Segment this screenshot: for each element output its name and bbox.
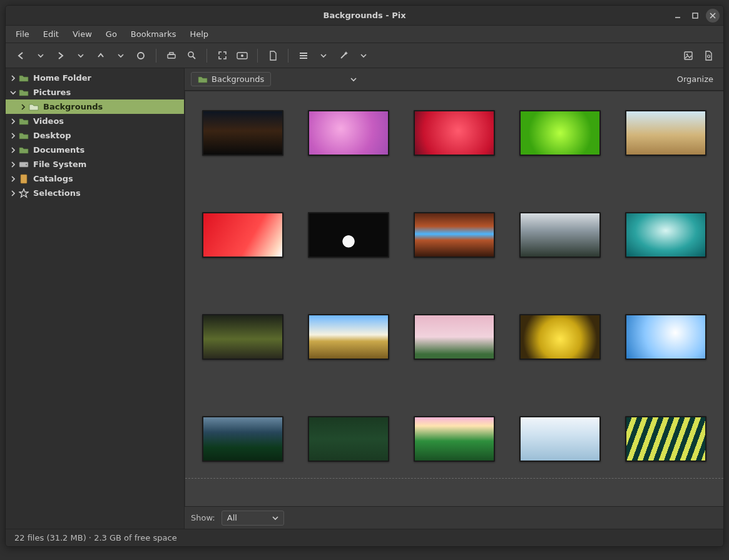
view-menu-button[interactable] bbox=[315, 47, 332, 64]
thumbnail[interactable] bbox=[301, 212, 395, 258]
tree-item-selections[interactable]: Selections bbox=[6, 186, 184, 200]
location-breadcrumb[interactable]: Backgrounds bbox=[191, 72, 271, 86]
tree-item-documents[interactable]: Documents bbox=[6, 143, 184, 157]
minimize-button[interactable] bbox=[671, 9, 685, 23]
thumbnail-image bbox=[625, 212, 706, 258]
image-info-icon bbox=[683, 51, 693, 61]
search-icon bbox=[187, 51, 196, 60]
view-list-button[interactable] bbox=[295, 47, 312, 64]
thumbnail-image bbox=[519, 314, 601, 360]
thumbnail[interactable] bbox=[195, 212, 290, 258]
print-button[interactable] bbox=[163, 47, 180, 64]
chevron-right-icon[interactable] bbox=[18, 102, 28, 112]
nav-history-menu[interactable] bbox=[112, 47, 130, 64]
fullscreen-button[interactable] bbox=[213, 47, 231, 64]
chevron-right-icon[interactable] bbox=[8, 174, 18, 184]
maximize-button[interactable] bbox=[688, 9, 702, 23]
tree-item-label: Documents bbox=[33, 145, 84, 155]
svg-point-17 bbox=[708, 55, 710, 58]
menu-file[interactable]: File bbox=[9, 27, 36, 41]
folder-tree: Home FolderPicturesBackgroundsVideosDesk… bbox=[6, 68, 184, 203]
organize-button[interactable]: Organize bbox=[673, 72, 717, 86]
tree-item-home-folder[interactable]: Home Folder bbox=[6, 71, 184, 85]
thumbnail[interactable] bbox=[407, 110, 501, 156]
thumbnail-image bbox=[519, 212, 601, 258]
slideshow-button[interactable] bbox=[233, 47, 251, 64]
nav-stop-button[interactable] bbox=[132, 47, 150, 64]
thumbnail[interactable] bbox=[513, 314, 608, 360]
tools-menu-button[interactable] bbox=[355, 47, 372, 64]
folder-documents-icon bbox=[18, 145, 29, 156]
close-button[interactable] bbox=[706, 9, 720, 23]
thumbnail[interactable] bbox=[195, 416, 290, 462]
tree-item-pictures[interactable]: Pictures bbox=[6, 85, 184, 99]
thumbnail[interactable] bbox=[407, 416, 501, 462]
tools-button[interactable] bbox=[335, 47, 352, 64]
chevron-right-icon[interactable] bbox=[8, 160, 18, 170]
location-dropdown[interactable] bbox=[346, 76, 361, 83]
nav-back-button[interactable] bbox=[12, 47, 29, 64]
thumbnail[interactable] bbox=[619, 416, 713, 462]
thumbnail-image bbox=[519, 110, 601, 156]
thumbnail[interactable] bbox=[301, 314, 395, 360]
filter-value: All bbox=[227, 513, 237, 522]
thumbnail-viewport[interactable] bbox=[185, 91, 723, 506]
status-bar: 22 files (31.2 MB) · 2.3 GB of free spac… bbox=[6, 529, 723, 546]
tree-item-desktop[interactable]: Desktop bbox=[6, 128, 184, 143]
new-file-button[interactable] bbox=[264, 47, 282, 64]
thumbnail[interactable] bbox=[619, 314, 713, 360]
thumbnail[interactable] bbox=[301, 110, 395, 156]
thumbnail-image bbox=[414, 416, 495, 462]
properties-button[interactable] bbox=[680, 47, 697, 64]
thumbnail[interactable] bbox=[301, 416, 395, 462]
nav-up-button[interactable] bbox=[92, 47, 110, 64]
thumbnail[interactable] bbox=[619, 110, 713, 156]
nav-forward-button[interactable] bbox=[52, 47, 69, 64]
edit-image-button[interactable] bbox=[700, 47, 717, 64]
thumbnail-image bbox=[625, 314, 706, 360]
tree-item-videos[interactable]: Videos bbox=[6, 114, 184, 128]
menu-view[interactable]: View bbox=[66, 27, 98, 41]
slideshow-icon bbox=[237, 52, 248, 59]
thumbnail[interactable] bbox=[513, 110, 608, 156]
chevron-right-icon[interactable] bbox=[8, 116, 18, 126]
menu-bookmarks[interactable]: Bookmarks bbox=[125, 27, 183, 41]
menu-go[interactable]: Go bbox=[99, 27, 123, 41]
chevron-right-icon[interactable] bbox=[8, 131, 18, 141]
thumbnail[interactable] bbox=[407, 314, 501, 360]
chevron-down-icon bbox=[272, 515, 278, 521]
chevron-right-icon[interactable] bbox=[8, 188, 18, 198]
thumbnail[interactable] bbox=[195, 110, 290, 156]
thumbnail[interactable] bbox=[407, 212, 501, 258]
chevron-down-icon[interactable] bbox=[8, 88, 18, 98]
titlebar: Backgrounds - Pix bbox=[6, 6, 723, 26]
search-button[interactable] bbox=[183, 47, 200, 64]
thumbnail-image bbox=[202, 110, 283, 156]
nav-back-menu[interactable] bbox=[32, 47, 49, 64]
menu-edit[interactable]: Edit bbox=[37, 27, 65, 41]
arrow-right-icon bbox=[56, 51, 65, 60]
thumbnail[interactable] bbox=[195, 314, 290, 360]
nav-forward-menu[interactable] bbox=[72, 47, 89, 64]
tree-item-catalogs[interactable]: Catalogs bbox=[6, 171, 184, 186]
tree-item-label: Backgrounds bbox=[43, 102, 103, 111]
chevron-down-icon bbox=[360, 53, 367, 59]
thumbnail[interactable] bbox=[513, 212, 608, 258]
svg-point-7 bbox=[188, 52, 193, 57]
filter-select[interactable]: All bbox=[222, 511, 284, 526]
thumbnail-image bbox=[625, 416, 706, 462]
thumbnail[interactable] bbox=[619, 212, 713, 258]
body: Home FolderPicturesBackgroundsVideosDesk… bbox=[6, 68, 723, 529]
pane-divider[interactable] bbox=[185, 478, 723, 479]
list-icon bbox=[299, 52, 308, 59]
chevron-right-icon[interactable] bbox=[8, 145, 18, 155]
stop-icon bbox=[136, 51, 145, 60]
tree-item-label: Desktop bbox=[33, 131, 71, 140]
tree-item-file-system[interactable]: File System bbox=[6, 157, 184, 171]
menu-help[interactable]: Help bbox=[183, 27, 215, 41]
thumbnail[interactable] bbox=[513, 416, 608, 462]
chevron-right-icon[interactable] bbox=[8, 73, 18, 83]
sidebar[interactable]: Home FolderPicturesBackgroundsVideosDesk… bbox=[6, 68, 185, 529]
app-window: Backgrounds - Pix File Edit View Go Book… bbox=[5, 5, 724, 547]
tree-item-backgrounds[interactable]: Backgrounds bbox=[6, 99, 184, 114]
